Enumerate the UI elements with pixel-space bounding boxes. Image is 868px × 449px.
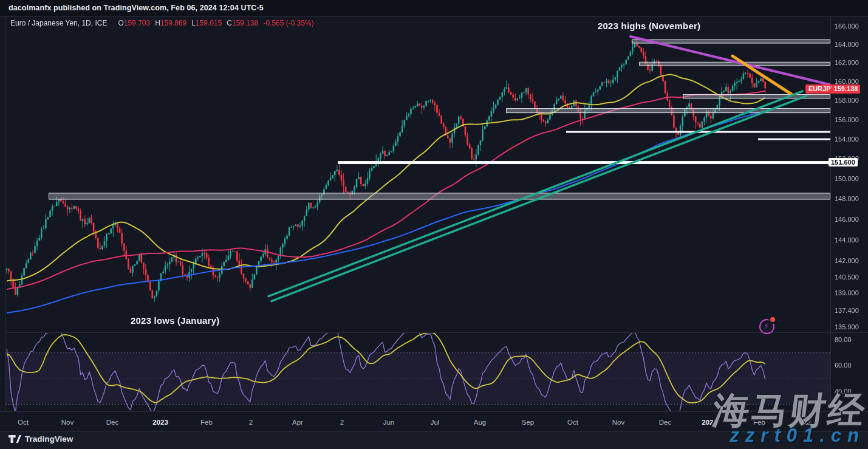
time-tick: 2023: [152, 419, 168, 426]
price-tick: 135.900: [835, 323, 859, 331]
ohlc-values: O159.703H159.869L159.015C159.138: [113, 19, 258, 27]
last-price-label: 159.138: [832, 84, 860, 94]
rsi-pane-divider[interactable]: [5, 332, 868, 333]
tradingview-logo[interactable]: TradingView: [9, 434, 73, 444]
footer-bar: TradingView: [0, 431, 868, 449]
tradingview-mark-icon: [9, 435, 21, 443]
topbar-divider: [0, 16, 868, 17]
ohlc-key: H: [155, 19, 160, 27]
flash-ideas-icon[interactable]: ⚡: [758, 317, 776, 335]
change-value: -0.565 (-0.35%): [263, 19, 313, 27]
annotation-2023-highs: 2023 highs (November): [598, 21, 700, 31]
tradingview-brand-text: TradingView: [25, 434, 73, 444]
time-tick: Sep: [522, 419, 534, 426]
time-axis[interactable]: OctNovDec2023Feb2Apr2JunJulAugSepOctNovD…: [0, 411, 868, 432]
pane-left-border: [5, 16, 5, 431]
price-tick: 156.000: [835, 116, 859, 123]
level-151600-label: 151.600: [829, 158, 858, 166]
axis-separator: [830, 16, 831, 431]
price-tick: 162.000: [835, 59, 859, 66]
symbol-legend: Euro / Japanese Yen, 1D, ICEO159.703H159…: [10, 19, 314, 27]
time-tick: 2024: [702, 419, 717, 426]
price-tick: 137.400: [835, 307, 859, 314]
time-tick: Nov: [61, 419, 73, 426]
time-tick: Nov: [612, 419, 624, 426]
time-tick: Mar: [799, 419, 811, 426]
annotation-2023-lows: 2023 lows (January): [131, 315, 219, 326]
price-tick: 139.000: [835, 289, 859, 296]
time-tick: Feb: [753, 419, 765, 426]
time-tick: Aug: [474, 419, 486, 426]
ohlc-value: 159.869: [160, 19, 186, 27]
price-tick: 140.500: [835, 273, 859, 281]
price-tick: 158.000: [835, 97, 859, 104]
publish-bar: dacolmanfx published on TradingView.com,…: [0, 0, 868, 16]
time-tick: Jun: [383, 419, 395, 426]
symbol-title: Euro / Japanese Yen, 1D, ICE: [10, 19, 107, 27]
time-tick: Feb: [200, 419, 213, 426]
ohlc-key: L: [191, 19, 196, 27]
time-tick: Jul: [431, 419, 440, 426]
ohlc-key: O: [118, 19, 123, 27]
rsi-tick: 80.00: [835, 336, 852, 343]
time-tick: 2: [249, 419, 253, 426]
time-tick: Dec: [659, 419, 671, 426]
ohlc-value: 159.138: [232, 19, 258, 27]
notification-dot: [770, 317, 775, 322]
time-tick: Oct: [567, 419, 578, 426]
price-tick: 144.000: [835, 236, 859, 244]
time-tick: Oct: [18, 419, 29, 426]
price-tick: 148.000: [835, 195, 859, 202]
price-chart-canvas[interactable]: [0, 0, 868, 449]
publish-text: dacolmanfx published on TradingView.com,…: [9, 4, 264, 12]
ohlc-value: 159.703: [124, 19, 150, 27]
ohlc-value: 159.015: [196, 19, 222, 27]
time-tick: Dec: [106, 419, 118, 426]
price-tick: 142.000: [835, 257, 859, 264]
price-tick: 154.000: [835, 135, 859, 143]
price-tick: 150.000: [835, 175, 859, 182]
time-tick: Apr: [292, 419, 303, 426]
ohlc-key: C: [227, 19, 232, 27]
time-tick: 2: [340, 419, 344, 426]
lightning-bolt-icon: ⚡: [764, 321, 769, 331]
rsi-axis[interactable]: 80.0060.0040.0020.00: [831, 333, 868, 411]
rsi-tick: 60.00: [835, 362, 852, 369]
tradingview-chart-screenshot: dacolmanfx published on TradingView.com,…: [0, 0, 868, 449]
price-tick: 166.000: [835, 22, 859, 30]
rsi-tick: 40.00: [835, 388, 852, 395]
price-axis[interactable]: 166.000164.000162.000160.000158.000156.0…: [831, 16, 868, 332]
price-tick: 146.000: [835, 216, 859, 223]
price-tick: 164.000: [835, 41, 859, 48]
